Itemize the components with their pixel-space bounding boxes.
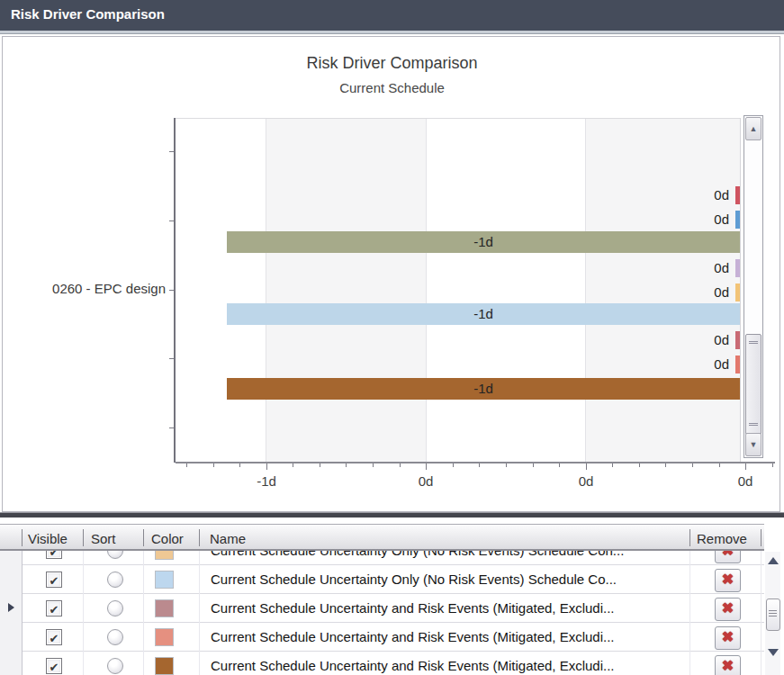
y-axis-line [174, 118, 176, 463]
sort-radio[interactable] [107, 658, 123, 674]
bar-value-label: 0d [666, 186, 729, 204]
header-separator [143, 529, 144, 546]
x-tick [373, 464, 374, 467]
remove-button[interactable]: ✖ [715, 598, 741, 621]
table-row[interactable]: ✔Current Schedule Uncertainty Only (No R… [0, 565, 764, 594]
remove-x-icon: ✖ [722, 629, 734, 644]
column-line [143, 623, 144, 652]
column-line [83, 652, 84, 675]
plot-band [426, 118, 586, 462]
x-tick [186, 464, 187, 467]
row-name: Current Schedule Uncertainty and Risk Ev… [211, 623, 686, 652]
current-row-indicator-icon [8, 603, 14, 612]
x-tick [745, 464, 746, 470]
table-row[interactable]: ✔Current Schedule Uncertainty and Risk E… [0, 623, 764, 652]
remove-x-icon: ✖ [722, 551, 734, 558]
visible-checkbox[interactable]: ✔ [46, 572, 62, 588]
visible-checkbox[interactable]: ✔ [46, 629, 62, 645]
x-tick [453, 464, 454, 467]
x-tick [506, 464, 507, 467]
column-line [199, 594, 200, 623]
remove-button[interactable]: ✖ [715, 626, 741, 650]
x-tick [559, 464, 560, 467]
remove-button[interactable]: ✖ [715, 655, 741, 675]
risk-driver-comparison-window: { "window": { "title": "Risk Driver Comp… [0, 0, 784, 675]
chart-scroll-up-button[interactable]: ▲ [745, 117, 761, 140]
visible-checkbox[interactable]: ✔ [46, 551, 62, 559]
color-swatch[interactable] [155, 551, 174, 560]
table-row[interactable]: ✔Current Schedule Uncertainty and Risk E… [0, 594, 764, 623]
table-scrollbar-thumb[interactable] [766, 598, 780, 631]
check-icon: ✔ [50, 632, 59, 645]
remove-button[interactable]: ✖ [715, 551, 741, 563]
column-line [199, 565, 200, 594]
x-tick [665, 464, 666, 467]
x-axis: -1d0d0d0d [176, 462, 775, 505]
color-swatch[interactable] [155, 628, 174, 646]
visible-checkbox[interactable]: ✔ [46, 658, 62, 674]
column-line [83, 565, 84, 594]
plot-area: 0d0d-1d0d0d-1d0d0d-1d [176, 118, 740, 462]
column-header-color[interactable]: Color [151, 529, 184, 549]
y-tick [169, 151, 174, 152]
x-tick [213, 464, 214, 467]
column-line [689, 594, 690, 623]
x-tick [639, 464, 640, 467]
table-row[interactable]: ✔Current Schedule Uncertainty and Risk E… [0, 652, 764, 675]
bar-value-label: 0d [666, 211, 729, 229]
plot-band [266, 118, 426, 462]
scroll-down-icon: ▼ [750, 440, 758, 449]
plot-top-border [176, 118, 740, 119]
remove-x-icon: ✖ [722, 572, 734, 587]
panel-splitter[interactable] [0, 512, 784, 518]
sort-radio[interactable] [107, 629, 123, 645]
column-line [199, 623, 200, 652]
column-line [761, 652, 761, 675]
titlebar-accent-line [0, 31, 784, 34]
bar-value-label: 0d [666, 356, 729, 374]
bar-value-label: 0d [666, 259, 729, 277]
row-indicator-cell [0, 565, 23, 594]
header-separator [689, 529, 690, 546]
plot-band [176, 118, 266, 462]
table-row[interactable]: ✔Current Schedule Uncertainty Only (No R… [0, 551, 764, 565]
column-header-remove[interactable]: Remove [697, 529, 747, 549]
table-scroll-up-button[interactable] [768, 557, 779, 564]
sort-radio[interactable] [107, 600, 123, 616]
x-tick [586, 464, 587, 470]
remove-button[interactable]: ✖ [715, 569, 741, 592]
column-line [761, 551, 761, 565]
x-tick [612, 464, 613, 467]
chart-scroll-down-button[interactable]: ▼ [745, 433, 761, 456]
header-separator [199, 529, 200, 546]
scroll-up-icon: ▲ [750, 124, 758, 133]
x-tick [239, 464, 240, 467]
visible-checkbox[interactable]: ✔ [46, 600, 62, 616]
y-tick [169, 428, 174, 428]
y-axis-category-label: 0260 - EPC design [18, 281, 166, 296]
column-header-visible[interactable]: Visible [28, 529, 68, 549]
bar-value-label: -1d [227, 305, 740, 323]
color-swatch[interactable] [155, 571, 174, 589]
sort-radio[interactable] [107, 572, 123, 588]
color-swatch[interactable] [155, 657, 174, 675]
sort-radio[interactable] [107, 551, 123, 559]
x-tick [772, 464, 773, 467]
chart-scrollbar-thumb[interactable] [745, 334, 761, 435]
column-line [761, 594, 761, 623]
x-tick-label: 0d [399, 473, 453, 489]
remove-x-icon: ✖ [722, 600, 734, 616]
column-header-sort[interactable]: Sort [91, 529, 116, 549]
color-swatch[interactable] [155, 599, 174, 617]
x-tick [479, 464, 480, 467]
header-separator [761, 529, 761, 546]
grid-line [426, 118, 427, 462]
table-scrollbar[interactable] [765, 552, 780, 675]
column-header-name[interactable]: Name [210, 529, 246, 549]
row-indicator-cell [0, 594, 23, 623]
chart-scrollbar[interactable]: ▲ ▼ [743, 115, 763, 458]
x-tick [293, 464, 293, 467]
panel-titlebar: Risk Driver Comparison [0, 0, 784, 31]
column-line [143, 565, 144, 594]
table-scroll-down-button[interactable] [768, 649, 779, 656]
